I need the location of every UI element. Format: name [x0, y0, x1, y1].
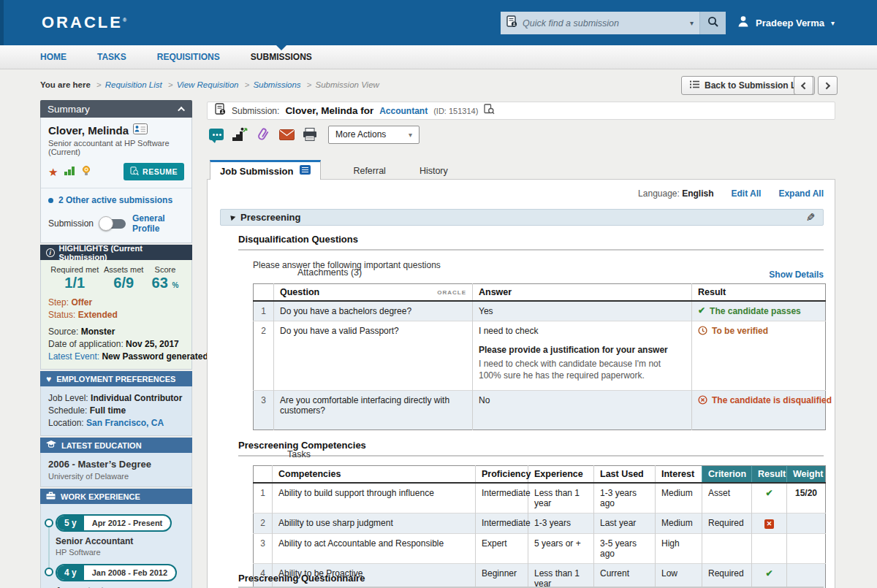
last-used-header: Last Used [594, 466, 656, 484]
breadcrumb-separator: > [96, 80, 102, 89]
result-cell: ✔ [752, 564, 787, 588]
job-level-line: Job Level: Individual Contributor [48, 392, 184, 405]
experience-duration-pill[interactable]: 5 y Apr 2012 - Present [56, 514, 172, 532]
weight-cell [787, 534, 826, 564]
experience-duration-pill[interactable]: 4 y Jan 2008 - Feb 2012 [56, 564, 177, 581]
circle-x-icon [698, 395, 707, 407]
breadcrumb-separator: > [168, 80, 173, 89]
criterion-link[interactable]: Asset [702, 483, 752, 513]
last-used-cell: 1-3 years ago [594, 483, 656, 513]
location-line: Location: San Francisco, CA [48, 417, 184, 429]
preview-icon[interactable] [484, 104, 495, 118]
change-step-icon[interactable] [232, 127, 248, 142]
edit-pencil-icon[interactable]: ✎ [806, 212, 816, 223]
submission-tabs: Job Submission Attachments (3) Tasks Ref… [210, 160, 449, 180]
timeline-dot [45, 568, 53, 576]
breadcrumb-requisition-list[interactable]: Requisition List [105, 80, 162, 89]
row-number: 1 [254, 301, 274, 321]
submission-job-link[interactable]: Accountant [379, 106, 428, 116]
user-name: Pradeep Verma [756, 18, 824, 28]
nav-submissions[interactable]: SUBMISSIONS [251, 45, 312, 69]
resume-magnifier-icon [130, 167, 139, 177]
general-profile-link[interactable]: General Profile [132, 213, 184, 234]
comments-icon[interactable] [208, 129, 224, 140]
header-edge [0, 0, 4, 45]
resume-button[interactable]: RESUME [124, 163, 184, 180]
tab-job-submission[interactable]: Job Submission [210, 160, 321, 180]
stat-score: Score 63 % [146, 265, 184, 291]
result-header: Result [752, 466, 787, 484]
work-experience-item: 5 y Apr 2012 - Present Senior Accountant… [56, 514, 186, 557]
user-menu[interactable]: Pradeep Verma ▾ [737, 0, 835, 45]
tab-history[interactable]: History [418, 162, 449, 180]
education-school: University of Delaware [48, 472, 184, 481]
user-menu-caret-icon: ▾ [831, 19, 835, 27]
expand-all-link[interactable]: Expand All [778, 188, 824, 199]
summary-header: Summary [40, 100, 192, 118]
location-value-link[interactable]: San Francisco, CA [86, 418, 164, 428]
table-row: 1 Ability to build support through influ… [254, 483, 826, 513]
panel-toolbar: Language: English Edit All Expand All [638, 188, 824, 199]
email-icon[interactable] [278, 129, 295, 140]
answer-cell: Yes [473, 301, 692, 321]
nav-home[interactable]: HOME [40, 45, 67, 69]
proficiency-header: Proficiency [476, 466, 528, 484]
result-text: To be verified [712, 326, 768, 336]
job-submission-tab-icon [300, 165, 311, 177]
print-icon[interactable] [302, 128, 318, 141]
search-field[interactable]: ▾ [501, 12, 699, 34]
more-actions-dropdown[interactable]: More Actions ▾ [328, 126, 419, 144]
candidate-subtitle: Senior accountant at HP Software (Curren… [48, 139, 184, 156]
result-header: Result [692, 284, 826, 302]
prescreening-section-bar[interactable]: Prescreening ✎ [220, 209, 824, 226]
attachment-paperclip-icon[interactable] [255, 127, 271, 142]
employment-preferences-body: Job Level: Individual Contributor Schedu… [40, 386, 192, 436]
breadcrumb-submissions[interactable]: Submissions [253, 80, 300, 89]
answer-cell: I need to check Please provide a justifi… [473, 321, 692, 391]
toggle-knob[interactable] [99, 216, 113, 231]
collapse-triangle-icon[interactable] [227, 212, 236, 221]
stat-assets-met: Assets met 6/9 [102, 265, 146, 291]
search-input[interactable] [523, 18, 685, 28]
nav-requisitions[interactable]: REQUISITIONS [157, 45, 220, 69]
tab-attachments[interactable]: Attachments (3) [296, 264, 868, 281]
proficiency-cell: Intermediate [476, 513, 528, 534]
row-number: 3 [254, 391, 274, 430]
list-icon [690, 80, 699, 91]
criterion-link[interactable]: Required [702, 564, 752, 588]
search-button[interactable] [699, 12, 726, 34]
back-button-label: Back to Submission List [705, 80, 806, 91]
stat-label: Required met [48, 265, 102, 274]
table-row: 1 Do you have a bachelors degree? Yes ✔T… [254, 301, 826, 321]
tab-referral[interactable]: Referral [352, 162, 387, 180]
experience-cell: 5 years or + [528, 534, 594, 564]
experience-years: 5 y [57, 516, 84, 530]
bar-chart-icon [64, 165, 75, 178]
result-cell [752, 534, 787, 564]
previous-submission-button[interactable] [794, 76, 813, 95]
submission-profile-toggle[interactable] [100, 219, 126, 229]
tab-tasks[interactable]: Tasks [286, 446, 858, 463]
highlights-stats: Required met 1/1 Assets met 6/9 Score 63… [48, 265, 184, 291]
candidate-icons-row: ★ RESUME [48, 163, 184, 180]
answer-justification-title: Please provide a justification for your … [479, 345, 686, 355]
criterion-link[interactable]: Required [702, 513, 752, 534]
collapse-chevron-icon[interactable] [178, 106, 185, 113]
stat-label: Score [146, 265, 184, 274]
more-actions-caret-icon: ▾ [409, 131, 412, 139]
edit-all-link[interactable]: Edit All [732, 188, 762, 199]
latest-event-label[interactable]: Latest Event: [48, 351, 99, 362]
nav-tasks[interactable]: TASKS [97, 45, 126, 69]
step-label: Step: [48, 297, 69, 308]
submission-toggle-label: Submission [48, 218, 94, 229]
disqualification-questions-heading: Disqualification Questions [238, 234, 358, 245]
question-cell: Are you comfortable interfacing directly… [274, 391, 473, 430]
experience-cell: 1-3 years [528, 513, 594, 534]
language-value[interactable]: English [682, 188, 713, 199]
main-nav: HOME TASKS REQUISITIONS SUBMISSIONS [0, 45, 877, 69]
search-dropdown-caret-icon[interactable]: ▾ [690, 19, 694, 27]
next-submission-button[interactable] [818, 76, 838, 95]
fail-x-icon: ✕ [764, 519, 774, 529]
breadcrumb-view-requisition[interactable]: View Requisition [177, 80, 239, 89]
other-active-submissions-link[interactable]: 2 Other active submissions [48, 188, 184, 207]
